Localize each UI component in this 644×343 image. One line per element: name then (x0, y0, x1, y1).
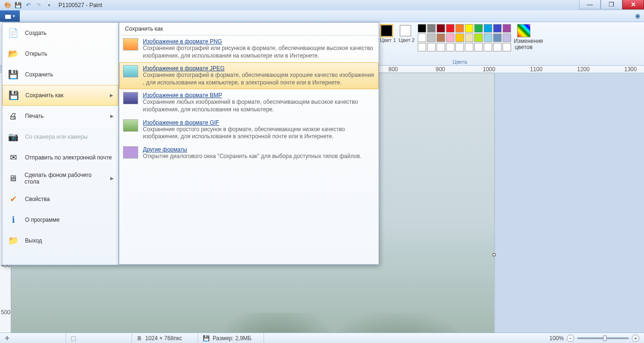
palette-swatch[interactable] (437, 33, 445, 42)
menu-properties[interactable]: ✔Свойства (2, 189, 118, 209)
minimize-button[interactable]: — (579, 0, 601, 9)
chevron-right-icon: ▶ (110, 93, 113, 98)
palette-swatch[interactable] (503, 24, 511, 33)
selection-cell: ⬚ (66, 333, 132, 343)
exit-icon: 📁 (7, 234, 19, 247)
jpeg-icon (123, 65, 138, 77)
menu-save[interactable]: 💾Сохранить (2, 64, 118, 85)
menu-email[interactable]: ✉Отправить по электронной почте (2, 147, 118, 168)
paint-icon: 🎨 (3, 1, 12, 9)
chevron-right-icon: ▶ (110, 114, 114, 118)
saveas-gif[interactable]: Изображение в формате GIFСохранение прос… (119, 117, 379, 143)
wallpaper-icon: 🖥 (7, 172, 19, 184)
saveas-submenu: Сохранить как Изображение в формате PNGС… (119, 22, 379, 265)
palette-swatch[interactable] (484, 43, 492, 51)
palette-swatch[interactable] (474, 24, 483, 33)
dimensions-cell: 🗎1024 × 768пкс (132, 333, 198, 343)
open-icon: 📂 (7, 48, 19, 60)
saveas-png[interactable]: Изображение в формате PNGСохранение фото… (119, 35, 379, 62)
palette-swatch[interactable] (465, 43, 473, 51)
zoom-value: 100% (549, 335, 564, 342)
palette-swatch[interactable] (465, 33, 473, 42)
palette-swatch[interactable] (455, 43, 464, 51)
palette-swatch[interactable] (427, 24, 436, 33)
color2-swatch[interactable] (400, 25, 411, 36)
qat-undo-icon[interactable]: ↶ (24, 1, 33, 9)
palette-swatch[interactable] (418, 24, 426, 33)
zoom-slider[interactable] (577, 337, 629, 339)
save-icon: 💾 (7, 68, 19, 81)
selection-icon: ⬚ (71, 335, 76, 342)
maximize-button[interactable]: ❐ (601, 0, 622, 9)
palette-swatch[interactable] (465, 24, 473, 33)
gif-icon (123, 119, 138, 132)
check-icon: ✔ (7, 193, 19, 205)
rainbow-icon (517, 24, 530, 37)
saveas-other[interactable]: Другие форматыОткрытие диалогового окна … (119, 143, 379, 163)
print-icon: 🖨 (7, 110, 19, 122)
close-button[interactable]: ✕ (622, 0, 644, 9)
palette-swatch[interactable] (455, 24, 464, 33)
palette-swatch[interactable] (493, 33, 502, 42)
saveas-bmp[interactable]: Изображение в формате BMPСохранение любы… (119, 89, 379, 116)
ribbon-tab-strip (0, 10, 644, 22)
palette-swatch[interactable] (427, 43, 436, 51)
menu-about[interactable]: ℹО программе (2, 209, 118, 230)
filesize-cell: 💾Размер: 2,9МБ (198, 333, 264, 343)
colors-group-label: Цвета (453, 59, 467, 65)
palette-swatch[interactable] (503, 33, 511, 42)
menu-wallpaper[interactable]: 🖥Сделать фоном рабочего стола▶ (2, 168, 118, 189)
palette-swatch[interactable] (455, 33, 464, 42)
cursor-pos-cell: ✛ (0, 333, 66, 343)
menu-save-as[interactable]: 💾Сохранить как▶ (2, 85, 118, 106)
palette-swatch[interactable] (493, 43, 502, 51)
menu-exit[interactable]: 📁Выход (2, 230, 118, 251)
menu-scanner: 📷Со сканера или камеры (2, 126, 118, 147)
palette-swatch[interactable] (493, 24, 502, 33)
color1-label: Цвет 1 (380, 37, 396, 43)
palette-swatch[interactable] (474, 33, 483, 42)
palette-swatch[interactable] (446, 24, 454, 33)
file-menu: 📄Создать 📂Открыть 💾Сохранить 💾Сохранить … (2, 22, 119, 265)
bmp-icon (123, 92, 138, 104)
palette-swatch[interactable] (474, 43, 483, 51)
window-title: P1100527 - Paint (58, 2, 102, 8)
palette-swatch[interactable] (484, 33, 492, 42)
menu-create[interactable]: 📄Создать (2, 23, 118, 43)
qat-customize-icon[interactable]: ▾ (44, 1, 54, 9)
dimensions-icon: 🗎 (137, 335, 142, 342)
palette-swatch[interactable] (418, 33, 426, 42)
saveas-icon: 💾 (8, 89, 20, 101)
palette-swatch[interactable] (446, 33, 454, 42)
file-menu-button[interactable] (0, 10, 20, 22)
color-palette[interactable] (418, 24, 511, 51)
scanner-icon: 📷 (7, 131, 19, 143)
help-icon[interactable]: ◉ (635, 12, 640, 19)
palette-swatch[interactable] (484, 24, 492, 33)
palette-swatch[interactable] (437, 24, 445, 33)
menu-open[interactable]: 📂Открыть (2, 43, 118, 64)
palette-swatch[interactable] (503, 43, 511, 51)
zoom-in-button[interactable]: + (632, 335, 639, 342)
qat-save-icon[interactable]: 💾 (13, 1, 23, 9)
title-bar: 🎨 💾 ↶ ↷ ▾ P1100527 - Paint — ❐ ✕ (0, 0, 644, 10)
color1-swatch[interactable] (381, 25, 392, 36)
palette-swatch[interactable] (427, 33, 436, 42)
palette-swatch[interactable] (418, 43, 426, 51)
other-icon (123, 146, 138, 159)
palette-swatch[interactable] (446, 43, 454, 51)
svg-rect-1 (5, 13, 11, 15)
resize-handle-right[interactable] (493, 253, 495, 256)
email-icon: ✉ (7, 151, 19, 164)
edit-colors-button[interactable]: Изменение цветов (514, 24, 534, 50)
palette-swatch[interactable] (437, 43, 445, 51)
menu-print[interactable]: 🖨Печать▶ (2, 106, 118, 126)
info-icon: ℹ (7, 214, 19, 226)
submenu-header: Сохранить как (119, 23, 379, 35)
disk-icon: 💾 (203, 335, 210, 342)
zoom-out-button[interactable]: − (567, 335, 574, 342)
qat-redo-icon[interactable]: ↷ (34, 1, 43, 9)
saveas-jpeg[interactable]: Изображение в формате JPEGСохранение фот… (119, 62, 379, 89)
new-icon: 📄 (7, 27, 19, 39)
color2-label: Цвет 2 (399, 37, 415, 43)
